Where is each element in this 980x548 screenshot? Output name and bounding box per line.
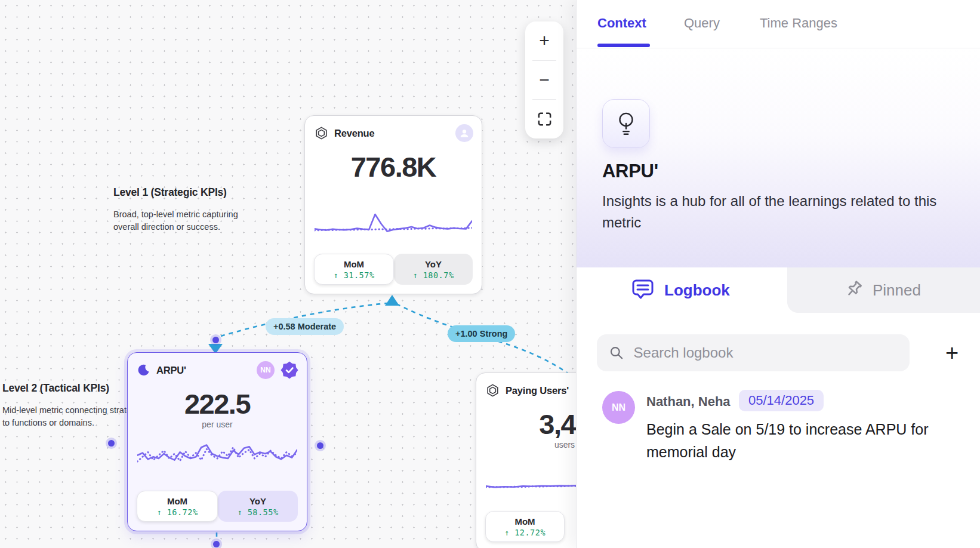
- card-title: Paying Users': [506, 385, 569, 396]
- edge-arrow-up-icon: [385, 295, 399, 306]
- zoom-out-button[interactable]: −: [525, 61, 563, 100]
- mom-label: MoM: [514, 516, 535, 527]
- mom-value: ↑ 31.57%: [333, 270, 374, 280]
- logbook-pinned-tabs: Logbook Pinned: [577, 267, 980, 313]
- arpu-right-handle[interactable]: [317, 442, 323, 449]
- context-panel: Context Query Time Ranges ARPU' Insights…: [576, 0, 980, 548]
- pinned-tab-label: Pinned: [873, 281, 921, 300]
- mom-label: MoM: [344, 259, 364, 269]
- mom-stat-pill: MoM ↑ 31.57%: [314, 254, 394, 285]
- yoy-value: ↑ 58.55%: [237, 507, 278, 517]
- arpu-sparkline: [137, 435, 297, 477]
- metric-hexagon-icon: [315, 126, 328, 140]
- mom-stat-pill: MoM ↑ 12.72%: [485, 511, 565, 542]
- arpu-bottom-handle[interactable]: [213, 541, 220, 547]
- metric-hexagon-icon: [486, 383, 500, 398]
- fit-view-icon: [537, 111, 553, 127]
- pushpin-icon: [843, 279, 865, 301]
- zoom-in-button[interactable]: +: [525, 21, 563, 60]
- revenue-sparkline: [315, 210, 472, 238]
- level-1-body: Broad, top-level metric capturing overal…: [113, 208, 260, 233]
- insight-tile: [602, 99, 650, 148]
- metric-card-revenue[interactable]: Revenue 776.8K MoM ↑ 31.57% YoY ↑ 180.7%: [304, 115, 482, 294]
- metric-value: 222.5: [128, 387, 307, 420]
- yoy-stat-pill: YoY ↑ 58.55%: [218, 491, 298, 522]
- tab-pinned[interactable]: Pinned: [787, 267, 980, 313]
- verified-badge-icon: [281, 361, 298, 379]
- arpu-left-handle[interactable]: [108, 440, 115, 447]
- entry-avatar: NN: [602, 391, 635, 424]
- mom-label: MoM: [167, 496, 187, 506]
- edge-label-moderate: +0.58 Moderate: [266, 318, 344, 335]
- lightbulb-icon: [615, 111, 637, 136]
- edge-label-strong: +1.00 Strong: [448, 325, 515, 342]
- metric-value: 776.8K: [305, 150, 482, 183]
- search-logbook-input[interactable]: [634, 344, 898, 361]
- logbook-tab-label: Logbook: [664, 281, 730, 300]
- metric-card-arpu[interactable]: ARPU' NN 222.5 per user MoM ↑ 16.72% YoY: [127, 352, 307, 531]
- tab-time-ranges[interactable]: Time Ranges: [760, 16, 837, 31]
- level-1-title: Level 1 (Strategic KPIs): [113, 186, 260, 199]
- level-1-annotation: Level 1 (Strategic KPIs) Broad, top-leve…: [113, 186, 260, 233]
- card-title: ARPU': [156, 365, 186, 376]
- card-title: Revenue: [334, 128, 374, 139]
- entry-date-badge: 05/14/2025: [739, 390, 824, 411]
- presence-avatar-icon: [455, 124, 473, 142]
- metric-description: Insights is a hub for all of the learnin…: [602, 190, 942, 233]
- mom-value: ↑ 12.72%: [504, 528, 546, 537]
- search-icon: [609, 344, 624, 361]
- canvas-zoom-controls: + −: [525, 21, 563, 138]
- metric-unit: per user: [128, 420, 307, 429]
- yoy-label: YoY: [425, 259, 442, 269]
- mom-value: ↑ 16.72%: [156, 507, 198, 517]
- metric-insights-header: ARPU' Insights is a hub for all of the l…: [577, 48, 980, 267]
- edge-source-handle[interactable]: [212, 337, 219, 343]
- yoy-label: YoY: [249, 496, 266, 506]
- edge-label-strong-text: +1.00 Strong: [455, 329, 507, 338]
- yoy-value: ↑ 180.7%: [412, 270, 454, 280]
- metric-name-heading: ARPU': [602, 161, 658, 182]
- logbook-chat-icon: [630, 279, 655, 301]
- entry-author: Nathan, Neha: [646, 394, 731, 410]
- yoy-stat-pill: YoY ↑ 180.7%: [394, 254, 473, 285]
- active-tab-indicator: [597, 44, 650, 47]
- tab-context[interactable]: Context: [597, 16, 646, 31]
- add-logbook-entry-button[interactable]: +: [938, 339, 966, 367]
- crescent-icon: [137, 364, 150, 377]
- panel-tab-bar: Context Query Time Ranges: [577, 0, 980, 48]
- tab-query[interactable]: Query: [684, 16, 720, 31]
- tab-logbook[interactable]: Logbook: [577, 267, 787, 313]
- collaborator-avatar: NN: [257, 361, 275, 379]
- mom-stat-pill: MoM ↑ 16.72%: [137, 491, 218, 522]
- logbook-search-row: +: [577, 313, 980, 378]
- search-logbook-box[interactable]: [597, 334, 910, 371]
- edge-label-moderate-text: +0.58 Moderate: [273, 322, 336, 331]
- entry-text: Begin a Sale on 5/19 to increase ARPU fo…: [646, 418, 933, 463]
- fit-view-button[interactable]: [525, 100, 563, 138]
